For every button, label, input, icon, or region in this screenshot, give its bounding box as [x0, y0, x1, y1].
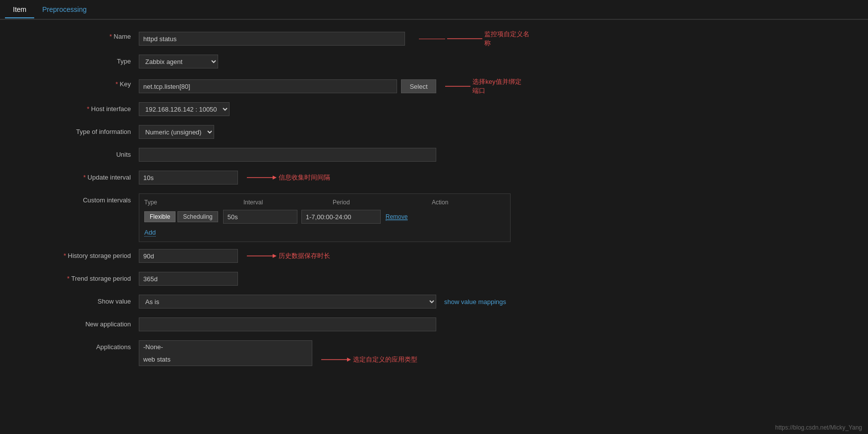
host-interface-row: Host interface 192.168.126.142 : 10050	[20, 102, 525, 118]
app-annotation-text: 选定自定义的应用类型	[353, 355, 417, 364]
key-row: Key Select 选择key值并绑定端口	[20, 77, 525, 95]
history-row: History storage period 历史数据保存时长	[20, 249, 525, 265]
applications-control: -None- web stats 选定自定义的应用类型	[139, 340, 525, 366]
tab-preprocessing[interactable]: Preprocessing	[34, 1, 95, 18]
tab-bar: Item Preprocessing	[0, 0, 868, 20]
form-container: Name 监控项自定义名称 Type Zabbix agent Zabbix a…	[0, 20, 545, 383]
svg-marker-9	[347, 358, 351, 362]
svg-marker-7	[273, 254, 277, 258]
svg-marker-5	[273, 176, 277, 180]
new-application-label: New application	[20, 317, 139, 328]
key-label: Key	[20, 77, 139, 88]
show-value-control: As is show value mappings	[139, 295, 525, 309]
show-value-mappings-link[interactable]: show value mappings	[444, 298, 506, 306]
interval-row-0: Flexible Scheduling Remove	[144, 210, 505, 224]
type-row: Type Zabbix agent Zabbix agent (active) …	[20, 55, 525, 70]
key-control: Select 选择key值并绑定端口	[139, 77, 525, 95]
type-info-row: Type of information Numeric (unsigned) N…	[20, 125, 525, 141]
show-value-row: Show value As is show value mappings	[20, 295, 525, 310]
host-interface-label: Host interface	[20, 102, 139, 113]
host-interface-control: 192.168.126.142 : 10050	[139, 102, 525, 116]
history-label: History storage period	[20, 249, 139, 259]
name-label: Name	[20, 30, 139, 40]
trend-control	[139, 272, 525, 286]
applications-row: Applications -None- web stats 选定自定义的应用类型	[20, 340, 525, 366]
units-label: Units	[20, 148, 139, 158]
app-option-none[interactable]: -None-	[139, 341, 312, 353]
new-application-input[interactable]	[139, 317, 436, 331]
type-info-label: Type of information	[20, 125, 139, 135]
history-input[interactable]	[139, 249, 238, 263]
host-interface-select[interactable]: 192.168.126.142 : 10050	[139, 102, 230, 116]
app-annotation: 选定自定义的应用类型	[321, 355, 417, 364]
custom-intervals-row: Custom intervals Type Interval Period Ac…	[20, 193, 525, 242]
update-annotation: 信息收集时间间隔	[247, 173, 330, 182]
btn-flexible[interactable]: Flexible	[144, 211, 175, 222]
update-interval-row: Update interval 信息收集时间间隔	[20, 171, 525, 186]
units-input[interactable]	[139, 148, 436, 162]
history-annotation-text: 历史数据保存时长	[279, 251, 330, 260]
units-row: Units	[20, 148, 525, 164]
type-info-control: Numeric (unsigned) Numeric (float) Chara…	[139, 125, 525, 139]
update-interval-label: Update interval	[20, 171, 139, 181]
period-value-input[interactable]	[301, 210, 381, 224]
type-label: Type	[20, 55, 139, 65]
new-application-control	[139, 317, 525, 331]
update-interval-control: 信息收集时间间隔	[139, 171, 525, 185]
key-annotation-text: 选择key值并绑定端口	[472, 77, 525, 95]
name-row: Name 监控项自定义名称	[20, 30, 525, 48]
units-control	[139, 148, 525, 162]
app-option-webstats[interactable]: web stats	[139, 353, 312, 366]
add-row: Add	[144, 227, 505, 237]
interval-value-input[interactable]	[223, 210, 297, 224]
name-control: 监控项自定义名称	[139, 30, 530, 48]
name-annotation-text: 监控项自定义名称	[484, 30, 530, 48]
key-select-button[interactable]: Select	[401, 79, 436, 93]
history-control: 历史数据保存时长	[139, 249, 525, 263]
type-select[interactable]: Zabbix agent Zabbix agent (active) Simpl…	[139, 55, 218, 68]
tab-item[interactable]: Item	[5, 1, 34, 18]
trend-label: Trend storage period	[20, 272, 139, 282]
show-value-label: Show value	[20, 295, 139, 305]
update-annotation-text: 信息收集时间间隔	[279, 173, 330, 182]
history-annotation: 历史数据保存时长	[247, 251, 330, 260]
update-interval-input[interactable]	[139, 171, 238, 185]
btn-scheduling[interactable]: Scheduling	[177, 211, 218, 222]
custom-intervals-control: Type Interval Period Action Flexible Sch…	[139, 193, 525, 242]
intervals-container: Type Interval Period Action Flexible Sch…	[139, 193, 511, 242]
key-input[interactable]	[139, 79, 397, 93]
new-application-row: New application	[20, 317, 525, 333]
remove-link[interactable]: Remove	[386, 213, 408, 221]
trend-input[interactable]	[139, 272, 238, 286]
name-annotation-arrow: 监控项自定义名称	[419, 30, 530, 48]
applications-dropdown: -None- web stats	[139, 340, 312, 366]
col-type: Type	[144, 199, 243, 206]
key-annotation: 选择key值并绑定端口	[445, 77, 526, 95]
trend-row: Trend storage period	[20, 272, 525, 288]
footer-url: https://blog.csdn.net/Micky_Yang	[775, 424, 862, 431]
col-interval: Interval	[243, 199, 333, 206]
add-link[interactable]: Add	[144, 229, 156, 237]
type-control: Zabbix agent Zabbix agent (active) Simpl…	[139, 55, 525, 68]
custom-intervals-label: Custom intervals	[20, 193, 139, 204]
show-value-select[interactable]: As is	[139, 295, 436, 309]
col-period: Period	[333, 199, 432, 206]
type-info-select[interactable]: Numeric (unsigned) Numeric (float) Chara…	[139, 125, 214, 139]
intervals-header: Type Interval Period Action	[144, 199, 505, 206]
name-input[interactable]	[139, 32, 405, 46]
col-action: Action	[432, 199, 481, 206]
applications-label: Applications	[20, 340, 139, 351]
